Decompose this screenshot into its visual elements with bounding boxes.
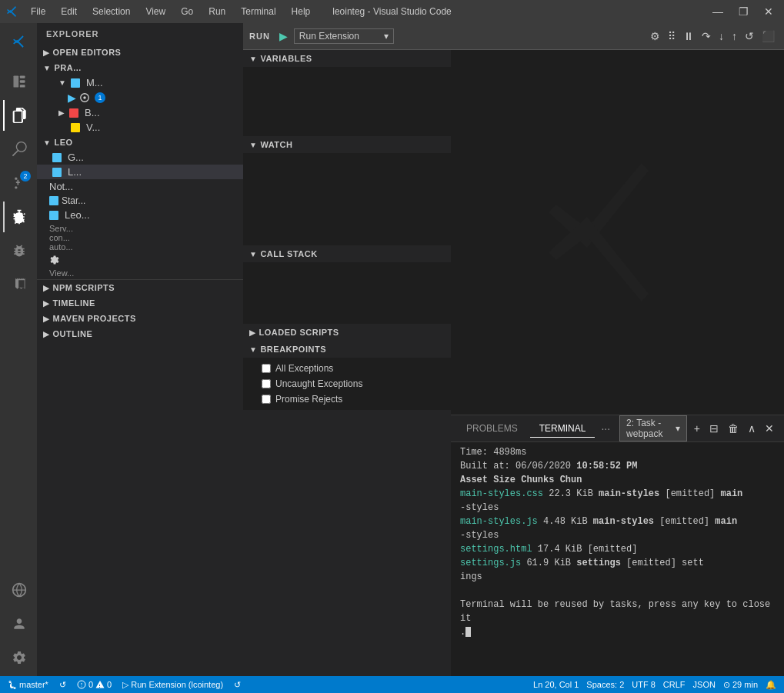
leo-section[interactable]: ▼ LEO <box>37 135 243 150</box>
step-into-icon[interactable]: ↓ <box>716 28 727 44</box>
activity-search-icon[interactable] <box>3 134 34 165</box>
pra-file-1: M... <box>86 77 103 88</box>
step-out-icon[interactable]: ↑ <box>729 28 740 44</box>
statusbar-line-ending[interactable]: CRLF <box>660 680 689 689</box>
close-button[interactable]: ✕ <box>759 4 778 19</box>
file-icon-red <box>69 108 78 118</box>
activity-scm-icon[interactable]: 2 <box>3 168 34 198</box>
clock-label: ⊙ 29 min <box>723 680 758 690</box>
statusbar-spaces[interactable]: Spaces: 2 <box>583 680 627 689</box>
restart-icon[interactable]: ↺ <box>742 28 757 44</box>
activity-debug-icon[interactable] <box>3 202 34 232</box>
maximize-button[interactable]: ❐ <box>734 4 753 19</box>
terminal-panel: PROBLEMS TERMINAL ··· 2: Task - webpack … <box>451 415 784 676</box>
statusbar-encoding[interactable]: UTF 8 <box>629 680 659 689</box>
statusbar-language[interactable]: JSON <box>690 680 719 689</box>
promise-rejects-label: Promise Rejects <box>275 394 342 405</box>
add-terminal-button[interactable]: + <box>690 421 704 436</box>
menu-edit[interactable]: Edit <box>55 5 83 18</box>
loaded-scripts-section-header[interactable]: ▶ LOADED SCRIPTS <box>243 324 451 341</box>
leo-view-item[interactable]: View... <box>37 267 243 279</box>
statusbar-sync[interactable]: ↺ <box>56 676 69 693</box>
leo-star-item[interactable]: Star... <box>37 194 243 208</box>
run-ext-item[interactable]: ▶ 1 <box>43 90 243 105</box>
pra-item-1[interactable]: ▼ M... <box>43 75 243 90</box>
statusbar-clock[interactable]: ⊙ 29 min <box>720 680 761 690</box>
pra-item-2[interactable]: ▶ B... <box>43 105 243 120</box>
menu-go[interactable]: Go <box>175 5 199 18</box>
menu-help[interactable]: Help <box>285 5 317 18</box>
activity-remote-icon[interactable] <box>3 575 34 605</box>
terminal-tab[interactable]: TERMINAL <box>530 420 596 438</box>
step-over-icon[interactable]: ↷ <box>699 28 714 44</box>
leo-star-label: Star... <box>62 195 85 206</box>
all-exceptions-checkbox[interactable] <box>262 364 271 373</box>
warning-icon <box>95 680 105 689</box>
call-stack-section-header[interactable]: ▼ CALL STACK <box>243 245 451 262</box>
statusbar-history-icon[interactable]: ↺ <box>231 676 244 693</box>
activity-accounts-icon[interactable] <box>3 608 34 639</box>
breakpoint-uncaught-exceptions[interactable]: Uncaught Exceptions <box>243 376 451 391</box>
outline-section[interactable]: ▶ OUTLINE <box>37 326 243 342</box>
run-label: RUN <box>249 32 270 41</box>
menu-terminal[interactable]: Terminal <box>235 5 282 18</box>
breakpoints-section-header[interactable]: ▼ BREAKPOINTS <box>243 341 451 358</box>
terminal-task-dropdown[interactable]: 2: Task - webpack ▾ <box>619 415 687 441</box>
delete-terminal-button[interactable]: 🗑 <box>724 421 742 436</box>
leo-item-l[interactable]: L... <box>37 165 243 179</box>
uncaught-exceptions-checkbox[interactable] <box>262 379 271 388</box>
problems-tab[interactable]: PROBLEMS <box>457 420 527 438</box>
terminal-header: Asset Size Chunks Chun <box>460 473 775 487</box>
gear-icon <box>49 255 60 265</box>
activity-explorer-icon[interactable] <box>3 100 34 131</box>
menu-view[interactable]: View <box>139 5 172 18</box>
menu-file[interactable]: File <box>25 5 52 18</box>
svg-rect-1 <box>20 76 25 78</box>
maven-section[interactable]: ▶ MAVEN PROJECTS <box>37 311 243 326</box>
stop-icon[interactable]: ⬛ <box>759 28 778 44</box>
statusbar-bell[interactable]: 🔔 <box>762 680 779 690</box>
activity-sidebar-icon[interactable] <box>3 66 34 97</box>
start-debug-button[interactable]: ▶ <box>276 28 291 44</box>
run-dropdown[interactable]: Run Extension ▾ <box>294 28 394 44</box>
split-terminal-button[interactable]: ⊟ <box>706 421 722 436</box>
minimize-button[interactable]: — <box>708 4 728 19</box>
settings-icon[interactable]: ⚙ <box>647 28 663 44</box>
pra-item-3[interactable]: V... <box>43 120 243 135</box>
activity-vscode-icon[interactable] <box>3 26 34 57</box>
timeline-section[interactable]: ▶ TIMELINE <box>37 295 243 311</box>
pause-icon[interactable]: ⏸ <box>680 28 697 44</box>
watch-section-header[interactable]: ▼ WATCH <box>243 136 451 153</box>
more-tabs-button[interactable]: ··· <box>598 421 613 436</box>
menu-selection[interactable]: Selection <box>86 5 136 18</box>
terminal-content[interactable]: Time: 4898ms Built at: 06/06/2020 10:58:… <box>451 442 784 676</box>
menu-run[interactable]: Run <box>202 5 232 18</box>
open-editors-section[interactable]: ▶ OPEN EDITORS <box>37 45 243 60</box>
leo-serv-settings[interactable] <box>37 253 243 267</box>
layout-icon[interactable]: ⠿ <box>665 28 679 44</box>
pra-file-2: B... <box>85 107 100 118</box>
activity-settings-icon[interactable] <box>3 642 34 673</box>
pra-section[interactable]: ▼ PRA... <box>37 60 243 75</box>
leo-item-not[interactable]: Not... <box>37 179 243 194</box>
leo-item-leo[interactable]: Leo... <box>37 208 243 222</box>
close-terminal-button[interactable]: ✕ <box>761 421 778 436</box>
maximize-terminal-button[interactable]: ∧ <box>744 421 759 436</box>
statusbar-position[interactable]: Ln 20, Col 1 <box>530 680 582 689</box>
statusbar-run-ext[interactable]: ▷ Run Extension (lcointeg) <box>119 676 226 693</box>
chevron-right-icon: ▶ <box>43 284 50 292</box>
titlebar: File Edit Selection View Go Run Terminal… <box>0 0 784 23</box>
leo-item-g[interactable]: G... <box>37 150 243 165</box>
breakpoint-promise-rejects[interactable]: Promise Rejects <box>243 391 451 407</box>
promise-rejects-checkbox[interactable] <box>262 395 271 404</box>
breakpoint-all-exceptions[interactable]: All Exceptions <box>243 361 451 376</box>
statusbar-errors[interactable]: 0 0 <box>74 676 115 693</box>
statusbar-branch[interactable]: master* <box>5 676 52 693</box>
activity-extensions-icon[interactable] <box>3 235 34 266</box>
activity-testing-icon[interactable] <box>3 269 34 300</box>
call-stack-content <box>243 262 451 324</box>
vscode-logo-icon <box>6 5 18 18</box>
variables-section-header[interactable]: ▼ VARIABLES <box>243 50 451 67</box>
npm-scripts-section[interactable]: ▶ NPM SCRIPTS <box>37 280 243 295</box>
pra-file-3: V... <box>86 122 100 133</box>
